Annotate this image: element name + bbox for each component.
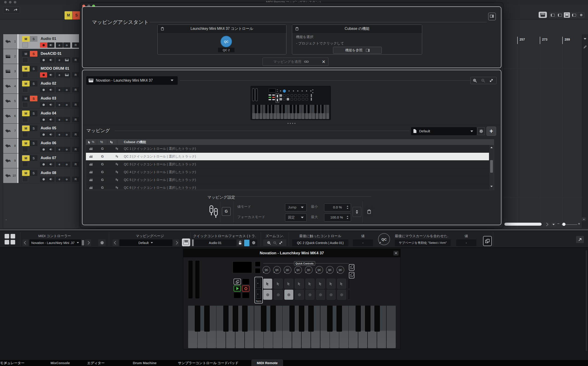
read-automation-button[interactable]: R — [72, 132, 79, 137]
track-row[interactable]: 3 M S MODO DRUM 01 e o — [3, 64, 79, 79]
track-version-box[interactable] — [22, 72, 28, 77]
track-version-box[interactable] — [22, 42, 28, 48]
pitch-wheel[interactable] — [188, 260, 193, 299]
project-horizontal-scrollbar[interactable] — [504, 223, 542, 226]
clear-hardware-button[interactable] — [159, 26, 165, 31]
tab-item[interactable]: エディター — [81, 360, 110, 366]
track-solo-button[interactable]: S — [30, 96, 37, 101]
clear-function-button[interactable] — [294, 26, 300, 31]
black-key[interactable] — [322, 105, 324, 113]
max-stepper[interactable] — [346, 216, 349, 219]
record-arm-button[interactable] — [40, 147, 47, 152]
cancel-mapping-button[interactable]: ✕ — [319, 58, 328, 66]
track-type-cell[interactable]: 5 — [3, 94, 17, 108]
redo-button[interactable] — [11, 7, 20, 14]
edit-channel-button[interactable]: e — [56, 162, 63, 167]
pads-page-down-button[interactable] — [349, 272, 354, 278]
tab-item[interactable]: コードパッド — [210, 360, 246, 366]
open-in-window-button[interactable] — [576, 236, 584, 243]
drum-pad[interactable] — [295, 279, 304, 289]
edit-channel-button[interactable]: e — [56, 132, 63, 137]
drum-pad[interactable] — [337, 279, 346, 289]
black-key[interactable] — [293, 105, 295, 113]
black-key[interactable] — [269, 105, 271, 113]
project-vertical-scrollbar[interactable] — [582, 34, 588, 228]
monitor-button[interactable] — [47, 176, 55, 182]
layout-lower-zone-button[interactable] — [564, 12, 570, 18]
zoom-out-button[interactable] — [479, 77, 487, 84]
preset-settings-button[interactable] — [477, 127, 485, 135]
black-key[interactable] — [318, 105, 320, 113]
track-mute-button[interactable]: M — [22, 81, 30, 86]
scroll-thumb[interactable] — [490, 160, 493, 173]
track-extra-button[interactable]: o — [63, 57, 70, 63]
black-key[interactable] — [233, 306, 238, 332]
track-name[interactable]: DeeACID 01 — [41, 52, 62, 56]
record-arm-button[interactable] — [40, 176, 47, 182]
monitor-button[interactable] — [47, 72, 55, 77]
device-overview-image[interactable] — [251, 86, 331, 120]
track-name[interactable]: Audio 07 — [41, 156, 56, 160]
monitor-button[interactable] — [47, 132, 55, 137]
expand-icon[interactable] — [279, 241, 283, 244]
shift-button[interactable] — [255, 261, 261, 267]
zone-splitter[interactable] — [0, 229, 588, 231]
drum-pad[interactable] — [284, 290, 293, 300]
tab-item[interactable]: Drum Machine — [125, 360, 164, 366]
black-key[interactable] — [356, 306, 361, 332]
drum-pad[interactable] — [263, 290, 272, 300]
track-name[interactable]: Audio 01 — [41, 37, 56, 41]
track-type-cell[interactable]: 1 — [3, 34, 17, 49]
read-automation-button[interactable]: R — [72, 102, 79, 107]
subpages-button[interactable] — [483, 236, 492, 246]
track-solo-button[interactable]: S — [30, 125, 37, 131]
track-mute-button[interactable]: M — [22, 140, 30, 146]
read-automation-button[interactable]: R — [72, 176, 79, 182]
zoom-out-minus[interactable]: − — [557, 221, 559, 226]
track-panel-collapse[interactable]: - — [6, 218, 7, 222]
drum-pad[interactable] — [327, 290, 336, 300]
global-mute-button[interactable]: M — [64, 11, 72, 20]
fader-cell[interactable] — [256, 289, 261, 299]
black-key[interactable] — [204, 306, 210, 332]
drum-pad[interactable] — [274, 279, 283, 289]
track-right-button[interactable] — [242, 279, 249, 285]
pads-page-up-button[interactable] — [349, 264, 354, 271]
qc-knob[interactable]: QC — [294, 266, 302, 274]
black-key[interactable] — [308, 306, 314, 332]
prev-controller-button[interactable] — [23, 239, 29, 246]
zoom-slider-handle[interactable] — [562, 223, 565, 226]
black-key[interactable] — [270, 306, 276, 332]
edit-channel-button[interactable]: e — [56, 117, 63, 122]
track-version-box[interactable] — [22, 87, 28, 92]
range-stepper-button[interactable] — [353, 207, 361, 217]
monitor-button[interactable] — [47, 147, 55, 152]
track-row[interactable]: 5 M S Audio 03 e o — [3, 94, 79, 109]
track-version-box[interactable] — [22, 57, 28, 63]
track-version-box[interactable] — [22, 176, 28, 182]
black-key[interactable] — [308, 105, 310, 113]
track-extra-button[interactable]: o — [63, 42, 70, 48]
track-extra-button[interactable]: o — [63, 102, 70, 107]
black-key[interactable] — [314, 105, 317, 113]
min-stepper[interactable] — [346, 206, 349, 209]
monitor-button[interactable] — [47, 42, 55, 48]
track-body[interactable]: M S Audio 02 e o R — [18, 79, 79, 94]
mapping-page-select[interactable]: Default — [119, 239, 172, 246]
read-automation-button[interactable]: R — [72, 87, 79, 92]
black-key[interactable] — [195, 306, 200, 332]
track-mute-button[interactable]: M — [22, 66, 30, 72]
black-key[interactable] — [374, 306, 380, 332]
max-value-field[interactable]: 100.0 % — [324, 214, 351, 221]
track-row[interactable]: 8 M S Audio 06 e o — [3, 138, 79, 153]
record-arm-button[interactable] — [40, 57, 47, 63]
track-name[interactable]: Audio 08 — [41, 171, 56, 175]
record-arm-button[interactable] — [40, 162, 47, 167]
tab-item[interactable]: MixConsole — [49, 360, 72, 366]
black-key[interactable] — [261, 306, 266, 332]
drum-pad[interactable] — [337, 290, 346, 300]
delete-mapping-button[interactable] — [365, 207, 373, 216]
record-button[interactable] — [242, 285, 249, 291]
track-solo-button[interactable]: S — [30, 36, 37, 42]
edit-channel-button[interactable]: e — [56, 57, 63, 63]
